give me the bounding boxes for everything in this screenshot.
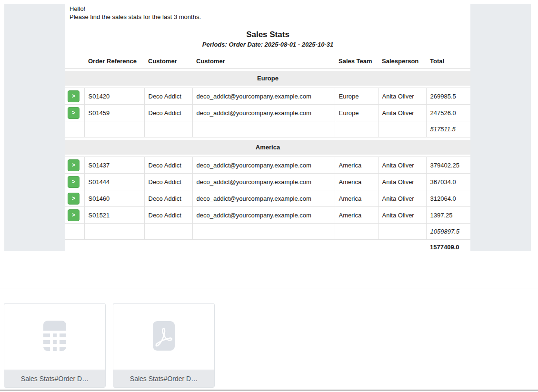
sales-team-cell: America — [335, 190, 378, 207]
attachments-divider — [0, 288, 538, 288]
expand-row-button[interactable]: > — [68, 209, 80, 221]
customer-email-cell: deco_addict@yourcompany.example.com — [192, 190, 335, 207]
salesperson-cell: Anita Oliver — [378, 174, 426, 190]
header-empty — [65, 55, 84, 69]
header-sales-team: Sales Team — [335, 55, 378, 69]
sales-stats-table: Order Reference Customer Customer Sales … — [65, 55, 470, 255]
greeting-line-2: Please find the sales stats for the last… — [70, 13, 470, 21]
order-reference-cell: S01460 — [84, 190, 144, 207]
pdf-icon — [152, 321, 175, 353]
attachment-preview — [4, 304, 105, 370]
group-name: America — [65, 140, 470, 155]
expand-row-button[interactable]: > — [68, 159, 80, 171]
customer-cell: Deco Addict — [144, 190, 192, 207]
total-cell: 1397.25 — [426, 207, 470, 224]
attachment-card-pdf[interactable]: Sales Stats#Order D… — [113, 303, 215, 388]
spreadsheet-icon — [43, 320, 67, 353]
email-greeting: Hello! Please find the sales stats for t… — [70, 5, 470, 21]
sales-team-cell: Europe — [335, 105, 378, 121]
group-subtotal-row: 517511.5 — [65, 121, 470, 137]
greeting-line-1: Hello! — [70, 5, 470, 13]
sales-team-cell: America — [335, 207, 378, 224]
order-reference-cell: S01444 — [84, 174, 144, 190]
grand-total-value: 1577409.0 — [426, 240, 470, 255]
table-row: > S01521 Deco Addict deco_addict@yourcom… — [65, 207, 470, 224]
total-cell: 312064.0 — [426, 190, 470, 207]
group-name: Europe — [65, 71, 470, 86]
header-customer-email: Customer — [192, 55, 335, 69]
attachment-preview — [113, 304, 214, 370]
email-right-margin — [470, 4, 531, 251]
table-row: > S01459 Deco Addict deco_addict@yourcom… — [65, 105, 470, 121]
salesperson-cell: Anita Oliver — [378, 88, 426, 105]
table-row: > S01444 Deco Addict deco_addict@yourcom… — [65, 174, 470, 190]
salesperson-cell: Anita Oliver — [378, 157, 426, 174]
order-reference-cell: S01420 — [84, 88, 144, 105]
report-title: Sales Stats — [65, 30, 470, 39]
customer-email-cell: deco_addict@yourcompany.example.com — [192, 157, 335, 174]
grand-total-row: 1577409.0 — [65, 240, 470, 255]
group-subtotal-row: 1059897.5 — [65, 224, 470, 240]
sales-team-cell: America — [335, 174, 378, 190]
salesperson-cell: Anita Oliver — [378, 207, 426, 224]
total-cell: 269985.5 — [426, 88, 470, 105]
expand-row-button[interactable]: > — [68, 176, 80, 188]
customer-cell: Deco Addict — [144, 207, 192, 224]
attachment-card-spreadsheet[interactable]: Sales Stats#Order D… — [4, 303, 106, 388]
table-row: > S01420 Deco Addict deco_addict@yourcom… — [65, 88, 470, 105]
expand-row-button[interactable]: > — [68, 107, 80, 119]
customer-cell: Deco Addict — [144, 157, 192, 174]
salesperson-cell: Anita Oliver — [378, 105, 426, 121]
order-reference-cell: S01459 — [84, 105, 144, 121]
email-preview: Hello! Please find the sales stats for t… — [4, 4, 531, 251]
group-subtotal-value: 517511.5 — [426, 121, 470, 137]
total-cell: 379402.25 — [426, 157, 470, 174]
attachment-filename[interactable]: Sales Stats#Order D… — [4, 370, 105, 387]
salesperson-cell: Anita Oliver — [378, 190, 426, 207]
expand-row-button[interactable]: > — [68, 193, 80, 205]
header-customer: Customer — [144, 55, 192, 69]
header-order-reference: Order Reference — [84, 55, 144, 69]
group-header-europe: Europe — [65, 71, 470, 86]
customer-cell: Deco Addict — [144, 105, 192, 121]
table-row: > S01460 Deco Addict deco_addict@yourcom… — [65, 190, 470, 207]
customer-email-cell: deco_addict@yourcompany.example.com — [192, 105, 335, 121]
table-header-row: Order Reference Customer Customer Sales … — [65, 55, 470, 69]
customer-email-cell: deco_addict@yourcompany.example.com — [192, 207, 335, 224]
group-header-america: America — [65, 140, 470, 155]
bottom-border-line — [0, 390, 538, 391]
customer-cell: Deco Addict — [144, 174, 192, 190]
order-reference-cell: S01521 — [84, 207, 144, 224]
customer-cell: Deco Addict — [144, 88, 192, 105]
sales-team-cell: Europe — [335, 88, 378, 105]
total-cell: 247526.0 — [426, 105, 470, 121]
total-cell: 367034.0 — [426, 174, 470, 190]
report-subtitle: Periods: Order Date: 2025-08-01 - 2025-1… — [65, 41, 470, 48]
table-row: > S01437 Deco Addict deco_addict@yourcom… — [65, 157, 470, 174]
expand-row-button[interactable]: > — [68, 90, 80, 102]
customer-email-cell: deco_addict@yourcompany.example.com — [192, 88, 335, 105]
email-body: Hello! Please find the sales stats for t… — [65, 4, 470, 251]
sales-team-cell: America — [335, 157, 378, 174]
order-reference-cell: S01437 — [84, 157, 144, 174]
group-subtotal-value: 1059897.5 — [426, 224, 470, 240]
header-total: Total — [426, 55, 470, 69]
header-salesperson: Salesperson — [378, 55, 426, 69]
customer-email-cell: deco_addict@yourcompany.example.com — [192, 174, 335, 190]
attachment-filename[interactable]: Sales Stats#Order D… — [113, 370, 214, 387]
email-left-margin — [4, 4, 65, 251]
